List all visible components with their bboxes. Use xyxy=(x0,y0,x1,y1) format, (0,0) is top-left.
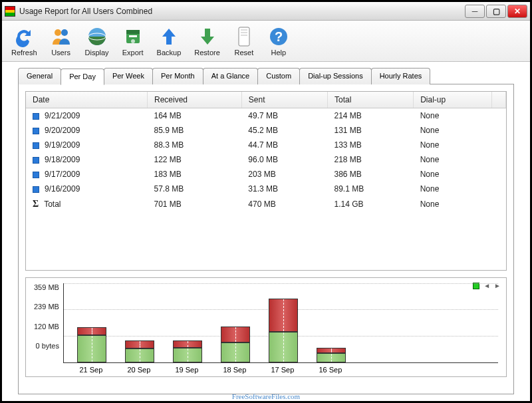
y-tick: 239 MB xyxy=(34,303,59,311)
column-header[interactable]: Sent xyxy=(241,92,327,108)
watermark: FreeSoftwareFiles.com xyxy=(0,392,532,400)
table-row[interactable]: 9/19/200988.3 MB44.7 MB133 MBNone xyxy=(26,138,506,152)
y-tick: 359 MB xyxy=(34,283,59,291)
row-icon xyxy=(33,186,39,193)
bar-21-Sep[interactable] xyxy=(77,327,106,362)
bar-received xyxy=(173,348,202,362)
svg-point-0 xyxy=(55,29,61,36)
bar-sent xyxy=(317,348,346,353)
usage-table: DateReceivedSentTotalDial-up 9/21/200916… xyxy=(26,92,506,212)
restore-icon xyxy=(197,26,218,47)
users-button[interactable]: Users xyxy=(48,25,74,58)
backup-button[interactable]: Backup xyxy=(154,25,184,58)
bar-sent xyxy=(125,340,154,348)
bar-sent xyxy=(221,327,250,342)
y-tick: 0 bytes xyxy=(35,342,59,350)
table-row[interactable]: 9/17/2009183 MB203 MB386 MBNone xyxy=(26,167,506,182)
table-total-row[interactable]: ΣTotal701 MB470 MB1.14 GBNone xyxy=(26,196,506,212)
bar-received xyxy=(77,335,106,362)
tab-per-week[interactable]: Per Week xyxy=(104,68,153,84)
tab-hourly-rates[interactable]: Hourly Rates xyxy=(371,68,431,84)
table-row[interactable]: 9/18/2009122 MB96.0 MB218 MBNone xyxy=(26,152,506,167)
column-header[interactable]: Dial-up xyxy=(414,92,492,108)
chart-plot xyxy=(63,283,498,363)
bar-sent xyxy=(269,299,298,333)
bar-received xyxy=(317,353,346,362)
tab-per-day[interactable]: Per Day xyxy=(61,68,104,85)
chart-y-axis: 359 MB239 MB120 MB0 bytes xyxy=(34,283,63,350)
bar-18-Sep[interactable] xyxy=(221,327,250,363)
titlebar[interactable]: Usage Report for All Users Combined ─ ▢ … xyxy=(2,2,530,21)
column-header[interactable]: Date xyxy=(26,92,147,108)
chart-x-axis: 21 Sep20 Sep19 Sep18 Sep17 Sep16 Sep xyxy=(63,366,498,374)
bar-20-Sep[interactable] xyxy=(125,340,154,362)
maximize-button[interactable]: ▢ xyxy=(486,5,506,18)
row-icon xyxy=(33,142,39,149)
reset-icon xyxy=(233,26,255,47)
svg-text:?: ? xyxy=(275,29,283,44)
x-tick: 20 Sep xyxy=(124,366,154,374)
bar-received xyxy=(221,342,250,363)
chart: ◄ ► 359 MB239 MB120 MB0 bytes 21 Sep20 S… xyxy=(25,277,507,377)
bar-19-Sep[interactable] xyxy=(173,340,202,362)
column-header[interactable]: Total xyxy=(327,92,413,108)
x-tick: 19 Sep xyxy=(172,366,201,374)
svg-point-1 xyxy=(61,29,68,36)
row-icon xyxy=(33,113,39,120)
bar-received xyxy=(125,348,154,362)
x-tick: 16 Sep xyxy=(316,366,345,374)
x-tick: 18 Sep xyxy=(220,366,249,374)
tab-at-a-glance[interactable]: At a Glance xyxy=(203,68,258,84)
toolbar: RefreshUsersDisplayExportBackupRestoreRe… xyxy=(2,21,530,62)
bar-sent xyxy=(77,327,106,335)
y-tick: 120 MB xyxy=(34,323,59,331)
bar-received xyxy=(269,332,298,362)
app-icon xyxy=(5,6,15,17)
window-title: Usage Report for All Users Combined xyxy=(19,7,465,16)
svg-rect-5 xyxy=(126,30,140,34)
table-row[interactable]: 9/20/200985.9 MB45.2 MB131 MBNone xyxy=(26,123,506,138)
help-button[interactable]: ?Help xyxy=(265,25,292,58)
tab-dial-up-sessions[interactable]: Dial-up Sessions xyxy=(299,68,372,84)
restore-button[interactable]: Restore xyxy=(192,25,223,58)
users-icon xyxy=(51,26,72,47)
tab-general[interactable]: General xyxy=(18,68,61,84)
table-row[interactable]: 9/16/200957.8 MB31.3 MB89.1 MBNone xyxy=(26,182,506,196)
row-icon xyxy=(33,172,39,178)
svg-point-7 xyxy=(131,39,135,43)
refresh-button[interactable]: Refresh xyxy=(9,25,40,58)
row-icon xyxy=(33,128,39,134)
backup-icon xyxy=(158,26,180,47)
column-header[interactable]: Received xyxy=(147,92,241,108)
bar-sent xyxy=(173,340,202,348)
help-icon: ? xyxy=(268,26,289,47)
app-window: Usage Report for All Users Combined ─ ▢ … xyxy=(0,0,532,403)
bar-16-Sep[interactable] xyxy=(317,348,346,362)
tab-content: DateReceivedSentTotalDial-up 9/21/200916… xyxy=(18,84,514,394)
reset-button[interactable]: Reset xyxy=(231,25,257,58)
sigma-icon: Σ xyxy=(33,199,39,209)
x-tick: 17 Sep xyxy=(268,366,297,374)
tab-custom[interactable]: Custom xyxy=(257,68,300,84)
minimize-button[interactable]: ─ xyxy=(465,5,485,18)
data-grid[interactable]: DateReceivedSentTotalDial-up 9/21/200916… xyxy=(25,91,507,271)
display-button[interactable]: Display xyxy=(82,25,112,58)
tab-per-month[interactable]: Per Month xyxy=(152,68,203,84)
export-button[interactable]: Export xyxy=(120,25,146,58)
refresh-icon xyxy=(13,26,35,47)
x-tick: 21 Sep xyxy=(76,366,106,374)
bar-17-Sep[interactable] xyxy=(269,299,298,363)
close-button[interactable]: ✕ xyxy=(507,5,527,18)
table-row[interactable]: 9/21/2009164 MB49.7 MB214 MBNone xyxy=(26,108,506,124)
row-icon xyxy=(33,157,39,164)
display-icon xyxy=(86,26,108,47)
svg-rect-6 xyxy=(129,35,137,37)
window-controls: ─ ▢ ✕ xyxy=(465,5,527,18)
export-icon xyxy=(122,26,144,47)
tabs: GeneralPer DayPer WeekPer MonthAt a Glan… xyxy=(2,62,530,84)
